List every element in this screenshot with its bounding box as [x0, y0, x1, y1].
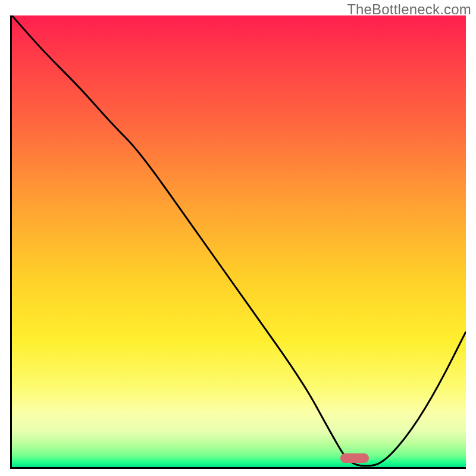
chart-container: TheBottleneck.com — [0, 0, 476, 476]
watermark-text: TheBottleneck.com — [347, 1, 471, 18]
optimal-point-marker — [340, 453, 369, 463]
plot-area — [10, 15, 466, 469]
curve-svg — [12, 15, 466, 467]
bottleneck-curve — [12, 15, 466, 466]
